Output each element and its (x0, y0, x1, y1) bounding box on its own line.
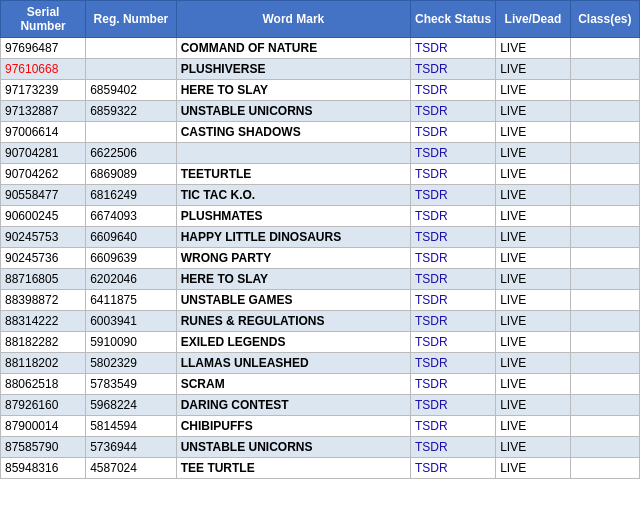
live-dead-status: LIVE (496, 185, 571, 206)
table-row: 971328876859322UNSTABLE UNICORNSTSDRLIVE (1, 101, 640, 122)
classes (570, 416, 639, 437)
live-dead-status: LIVE (496, 353, 571, 374)
tsdr-link[interactable]: TSDR (415, 83, 448, 97)
check-status[interactable]: TSDR (411, 80, 496, 101)
table-row: 902457536609640HAPPY LITTLE DINOSAURSTSD… (1, 227, 640, 248)
tsdr-link[interactable]: TSDR (415, 146, 448, 160)
word-mark: HERE TO SLAY (176, 80, 410, 101)
serial-number: 87926160 (1, 395, 86, 416)
serial-number: 88062518 (1, 374, 86, 395)
classes (570, 395, 639, 416)
serial-link[interactable]: 97610668 (5, 62, 58, 76)
tsdr-link[interactable]: TSDR (415, 461, 448, 475)
word-mark: PLUSHIVERSE (176, 59, 410, 80)
word-mark: SCRAM (176, 374, 410, 395)
serial-number: 85948316 (1, 458, 86, 479)
reg-number (86, 38, 177, 59)
serial-number: 90558477 (1, 185, 86, 206)
table-row: 881822825910090EXILED LEGENDSTSDRLIVE (1, 332, 640, 353)
classes (570, 101, 639, 122)
table-row: 97006614CASTING SHADOWSTSDRLIVE (1, 122, 640, 143)
serial-number[interactable]: 97610668 (1, 59, 86, 80)
tsdr-link[interactable]: TSDR (415, 62, 448, 76)
table-header-row: Serial Number Reg. Number Word Mark Chec… (1, 1, 640, 38)
tsdr-link[interactable]: TSDR (415, 251, 448, 265)
classes (570, 269, 639, 290)
tsdr-link[interactable]: TSDR (415, 335, 448, 349)
word-mark: TEE TURTLE (176, 458, 410, 479)
word-mark (176, 143, 410, 164)
live-dead-status: LIVE (496, 290, 571, 311)
header-serial: Serial Number (1, 1, 86, 38)
check-status[interactable]: TSDR (411, 332, 496, 353)
serial-number: 90704262 (1, 164, 86, 185)
reg-number (86, 59, 177, 80)
check-status[interactable]: TSDR (411, 164, 496, 185)
reg-number: 5802329 (86, 353, 177, 374)
check-status[interactable]: TSDR (411, 59, 496, 80)
tsdr-link[interactable]: TSDR (415, 356, 448, 370)
tsdr-link[interactable]: TSDR (415, 293, 448, 307)
tsdr-link[interactable]: TSDR (415, 167, 448, 181)
check-status[interactable]: TSDR (411, 101, 496, 122)
live-dead-status: LIVE (496, 206, 571, 227)
table-row: 881182025802329LLAMAS UNLEASHEDTSDRLIVE (1, 353, 640, 374)
live-dead-status: LIVE (496, 416, 571, 437)
check-status[interactable]: TSDR (411, 248, 496, 269)
word-mark: CHIBIPUFFS (176, 416, 410, 437)
check-status[interactable]: TSDR (411, 269, 496, 290)
tsdr-link[interactable]: TSDR (415, 419, 448, 433)
tsdr-link[interactable]: TSDR (415, 209, 448, 223)
serial-number: 97696487 (1, 38, 86, 59)
check-status[interactable]: TSDR (411, 395, 496, 416)
live-dead-status: LIVE (496, 332, 571, 353)
serial-number: 90600245 (1, 206, 86, 227)
classes (570, 143, 639, 164)
check-status[interactable]: TSDR (411, 311, 496, 332)
word-mark: UNSTABLE UNICORNS (176, 101, 410, 122)
classes (570, 59, 639, 80)
reg-number: 6859402 (86, 80, 177, 101)
live-dead-status: LIVE (496, 374, 571, 395)
classes (570, 374, 639, 395)
check-status[interactable]: TSDR (411, 416, 496, 437)
check-status[interactable]: TSDR (411, 38, 496, 59)
word-mark: PLUSHMATES (176, 206, 410, 227)
tsdr-link[interactable]: TSDR (415, 188, 448, 202)
check-status[interactable]: TSDR (411, 353, 496, 374)
word-mark: TEETURTLE (176, 164, 410, 185)
tsdr-link[interactable]: TSDR (415, 104, 448, 118)
check-status[interactable]: TSDR (411, 374, 496, 395)
classes (570, 38, 639, 59)
live-dead-status: LIVE (496, 437, 571, 458)
tsdr-link[interactable]: TSDR (415, 230, 448, 244)
serial-number: 90245753 (1, 227, 86, 248)
live-dead-status: LIVE (496, 38, 571, 59)
live-dead-status: LIVE (496, 101, 571, 122)
check-status[interactable]: TSDR (411, 458, 496, 479)
tsdr-link[interactable]: TSDR (415, 272, 448, 286)
reg-number: 6202046 (86, 269, 177, 290)
serial-number: 87585790 (1, 437, 86, 458)
tsdr-link[interactable]: TSDR (415, 125, 448, 139)
reg-number: 6411875 (86, 290, 177, 311)
tsdr-link[interactable]: TSDR (415, 398, 448, 412)
table-row: 883988726411875UNSTABLE GAMESTSDRLIVE (1, 290, 640, 311)
classes (570, 122, 639, 143)
check-status[interactable]: TSDR (411, 143, 496, 164)
table-row: 879261605968224DARING CONTESTTSDRLIVE (1, 395, 640, 416)
tsdr-link[interactable]: TSDR (415, 440, 448, 454)
tsdr-link[interactable]: TSDR (415, 314, 448, 328)
check-status[interactable]: TSDR (411, 185, 496, 206)
word-mark: WRONG PARTY (176, 248, 410, 269)
check-status[interactable]: TSDR (411, 206, 496, 227)
check-status[interactable]: TSDR (411, 437, 496, 458)
check-status[interactable]: TSDR (411, 122, 496, 143)
tsdr-link[interactable]: TSDR (415, 41, 448, 55)
tsdr-link[interactable]: TSDR (415, 377, 448, 391)
live-dead-status: LIVE (496, 395, 571, 416)
check-status[interactable]: TSDR (411, 227, 496, 248)
reg-number: 6609640 (86, 227, 177, 248)
serial-number: 88118202 (1, 353, 86, 374)
check-status[interactable]: TSDR (411, 290, 496, 311)
